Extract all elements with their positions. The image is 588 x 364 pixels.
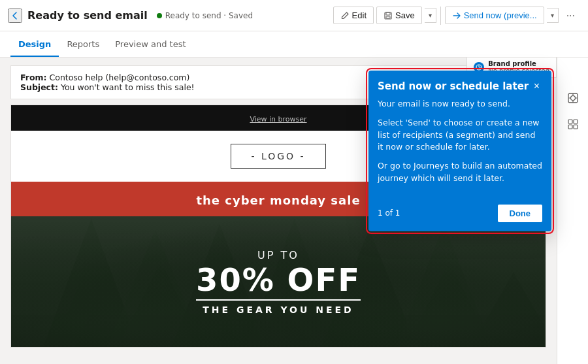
popup-body: Your email is now ready to send. Select … [368,97,551,199]
save-chevron[interactable]: ▾ [425,8,436,23]
svg-point-20 [570,96,575,101]
popup-title: Send now or schedule later [378,80,529,92]
discount-tagline: THE GEAR YOU NEED [196,299,361,315]
popup-footer: 1 of 1 Done [368,199,551,231]
from-value: Contoso help (help@contoso.com) [50,73,190,82]
popup-line2: Select 'Send' to choose or create a new … [378,117,542,154]
from-label: From: [20,73,47,82]
status-badge: Ready to send · Saved [157,11,253,20]
edit-label: Edit [352,10,367,20]
app-header: Ready to send email Ready to send · Save… [0,0,588,31]
promo-text: UP TO 30% OFF THE GEAR YOU NEED [196,249,361,315]
send-schedule-popup: Send now or schedule later × Your email … [368,71,551,231]
svg-rect-24 [574,125,578,129]
svg-rect-21 [568,120,572,124]
save-label: Save [395,10,415,20]
popup-done-button[interactable]: Done [498,205,543,222]
brand-icon-btn[interactable] [561,86,585,110]
back-button[interactable] [8,8,22,23]
popup-counter: 1 of 1 [378,208,400,218]
page-title: Ready to send email [27,9,148,22]
save-icon [384,11,393,20]
edit-button[interactable]: Edit [333,7,374,24]
subject-label: Subject: [20,82,58,92]
back-icon [9,10,21,22]
content-blocks-btn[interactable] [561,112,585,136]
popup-close-button[interactable]: × [531,80,542,93]
btn-divider [440,7,441,25]
brand-profile-label: Brand profile [488,60,549,67]
content-blocks-icon [567,118,579,130]
tab-design[interactable]: Design [10,33,59,57]
send-now-button[interactable]: Send now (previe... [445,7,544,24]
tab-preview[interactable]: Preview and test [107,33,193,57]
status-text: Ready to send · Saved [165,11,253,20]
svg-rect-23 [568,125,572,129]
send-label: Send now (previe... [464,10,537,20]
svg-rect-2 [386,16,390,18]
nav-tabs: Design Reports Preview and test [0,31,588,58]
popup-line3: Or go to Journeys to build an automated … [378,160,542,185]
promo-image-area: UP TO 30% OFF THE GEAR YOU NEED [11,216,546,347]
more-options-button[interactable]: ··· [561,7,580,25]
discount-amount: 30% OFF [196,264,361,295]
send-icon [452,11,461,20]
view-in-browser-link[interactable]: View in browser [250,115,306,124]
logo-box: - LOGO - [231,144,325,169]
tab-reports[interactable]: Reports [59,33,107,57]
header-actions: Edit Save ▾ Send now (previe... ▾ ··· [333,7,580,25]
discount-up-to: UP TO [196,249,361,261]
subject-value: You won't want to miss this sale! [61,82,195,92]
edit-icon [340,11,350,20]
brand-icon [567,92,579,104]
popup-header: Send now or schedule later × [368,71,551,97]
right-sidebar: Brand profile No profile selected [557,58,588,364]
send-chevron[interactable]: ▾ [547,8,559,23]
status-dot [157,13,162,18]
more-icon: ··· [566,10,575,21]
save-button[interactable]: Save [376,7,422,24]
popup-line1: Your email is now ready to send. [378,98,542,110]
main-area: From: Contoso help (help@contoso.com) Su… [0,58,588,364]
svg-rect-1 [386,12,390,15]
svg-rect-22 [574,120,578,124]
